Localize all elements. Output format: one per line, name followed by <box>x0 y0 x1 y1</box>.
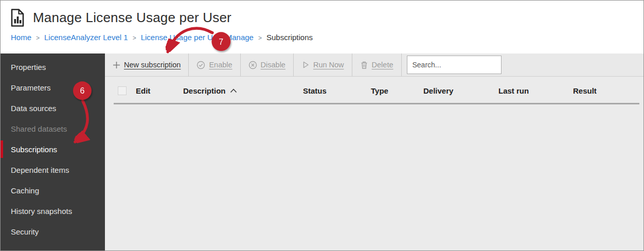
sidebar-item-security[interactable]: Security <box>1 221 105 242</box>
sidebar-item-dependent-items[interactable]: Dependent items <box>1 159 105 180</box>
delete-label: Delete <box>372 61 393 69</box>
subscriptions-table-body-empty <box>105 104 643 250</box>
ssrs-portal-window: Manage License Usage per User Home > Lic… <box>0 0 644 251</box>
sidebar-item-subscriptions[interactable]: Subscriptions <box>1 139 105 159</box>
table-header-divider <box>114 103 639 104</box>
breadcrumb-manage[interactable]: Manage <box>226 33 254 42</box>
breadcrumb-separator: > <box>133 34 136 42</box>
plus-icon <box>113 61 120 69</box>
subscriptions-toolbar: New subscription Enable Disable <box>105 53 643 77</box>
breadcrumb-home[interactable]: Home <box>11 33 31 42</box>
run-now-button[interactable]: Run Now <box>294 53 352 76</box>
manage-sidebar: Properties Parameters Data sources Share… <box>1 53 105 250</box>
title-row: Manage License Usage per User <box>1 1 643 27</box>
enable-button[interactable]: Enable <box>189 53 240 76</box>
column-header-delivery[interactable]: Delivery <box>423 86 498 95</box>
breadcrumb-separator: > <box>36 34 40 42</box>
column-header-description-label: Description <box>183 86 226 95</box>
column-header-type[interactable]: Type <box>371 86 423 95</box>
disable-button[interactable]: Disable <box>241 53 294 76</box>
sidebar-item-properties[interactable]: Properties <box>1 57 105 77</box>
page-title: Manage License Usage per User <box>33 10 231 26</box>
breadcrumb-license-usage-per-user[interactable]: License Usage per U <box>141 33 213 42</box>
column-header-status[interactable]: Status <box>303 86 371 95</box>
sidebar-item-shared-datasets: Shared datasets <box>1 118 105 139</box>
breadcrumb: Home > LicenseAnalyzer Level 1 > License… <box>1 27 643 42</box>
new-subscription-button[interactable]: New subscription <box>105 53 189 76</box>
delete-button[interactable]: Delete <box>352 53 402 76</box>
play-icon <box>301 61 310 69</box>
page-body: Properties Parameters Data sources Share… <box>1 53 643 250</box>
breadcrumb-separator: > <box>218 34 221 42</box>
sidebar-item-caching[interactable]: Caching <box>1 180 105 201</box>
search-input[interactable] <box>407 56 502 74</box>
sidebar-item-parameters[interactable]: Parameters <box>1 77 105 98</box>
x-circle-icon <box>248 61 257 69</box>
sort-ascending-icon <box>230 88 237 93</box>
breadcrumb-subscriptions-current: Subscriptions <box>266 33 313 42</box>
column-header-edit[interactable]: Edit <box>136 86 183 95</box>
page-header: Manage License Usage per User Home > Lic… <box>1 1 643 53</box>
enable-label: Enable <box>209 61 232 69</box>
sidebar-item-data-sources[interactable]: Data sources <box>1 98 105 118</box>
search-container <box>402 53 502 76</box>
check-circle-icon <box>196 61 205 69</box>
trash-icon <box>360 61 368 69</box>
column-header-result[interactable]: Result <box>573 86 643 95</box>
breadcrumb-licenseanalyzer-level-1[interactable]: LicenseAnalyzer Level 1 <box>44 33 128 42</box>
disable-label: Disable <box>261 61 285 69</box>
run-now-label: Run Now <box>313 61 344 69</box>
column-header-description[interactable]: Description <box>183 86 303 95</box>
new-subscription-label: New subscription <box>124 61 181 69</box>
sidebar-item-history-snapshots[interactable]: History snapshots <box>1 201 105 221</box>
breadcrumb-separator: > <box>258 34 262 42</box>
subscriptions-table-header: Edit Description Status Type Delivery La… <box>105 77 643 104</box>
subscriptions-pane: New subscription Enable Disable <box>105 53 643 250</box>
column-header-last-run[interactable]: Last run <box>498 86 573 95</box>
select-all-checkbox[interactable] <box>118 86 127 95</box>
report-document-icon <box>10 8 25 27</box>
